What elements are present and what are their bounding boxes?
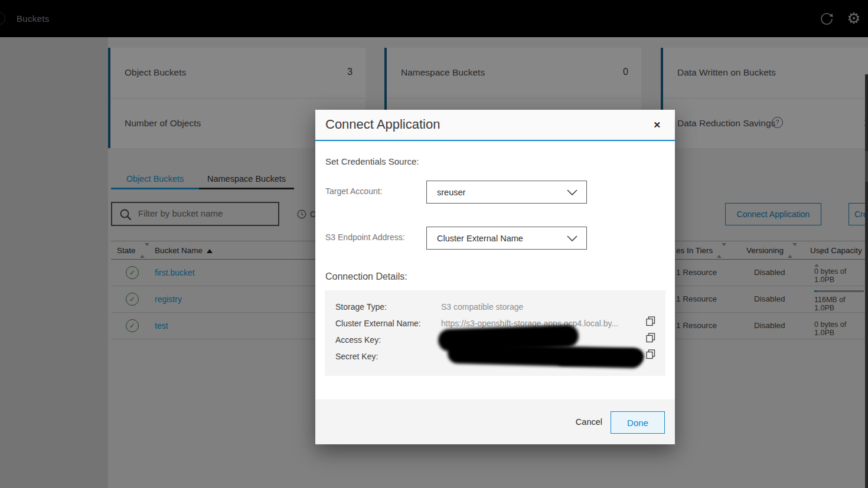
modal-header: Connect Application ✕ (315, 110, 675, 141)
modal-body: Set Credentials Source: Target Account: … (315, 142, 675, 399)
done-button[interactable]: Done (611, 411, 665, 434)
access-key-label: Access Key: (335, 335, 381, 345)
modal-footer: Cancel Done (315, 399, 675, 444)
copy-icon[interactable] (645, 333, 656, 343)
copy-icon[interactable] (645, 349, 656, 360)
target-account-select[interactable]: sreuser (426, 181, 587, 204)
target-account-label: Target Account: (325, 186, 383, 196)
cancel-button[interactable]: Cancel (576, 417, 602, 427)
modal-title: Connect Application (325, 117, 440, 132)
storage-type-label: Storage Type: (335, 302, 387, 312)
copy-icon[interactable] (645, 316, 656, 327)
secret-key-label: Secret Key: (335, 352, 378, 361)
s3-endpoint-select[interactable]: Cluster External Name (426, 227, 587, 250)
cluster-external-name-label: Cluster External Name: (335, 319, 421, 328)
s3-endpoint-label: S3 Endpoint Address: (325, 232, 405, 242)
connect-application-modal: Connect Application ✕ Set Credentials So… (315, 110, 675, 444)
chevron-down-icon (566, 235, 578, 242)
credentials-source-heading: Set Credentials Source: (325, 156, 419, 166)
redaction-scribble (555, 349, 644, 366)
s3-endpoint-value: Cluster External Name (437, 234, 523, 243)
target-account-value: sreuser (437, 188, 465, 197)
app-screen: Object Buckets 3 Number of Objects Names… (0, 0, 868, 488)
chevron-down-icon (566, 189, 578, 196)
connection-details-panel: Storage Type: S3 compatible storage Clus… (325, 290, 665, 376)
close-icon[interactable]: ✕ (653, 120, 661, 130)
storage-type-value: S3 compatible storage (441, 302, 523, 312)
connection-details-heading: Connection Details: (325, 271, 407, 282)
